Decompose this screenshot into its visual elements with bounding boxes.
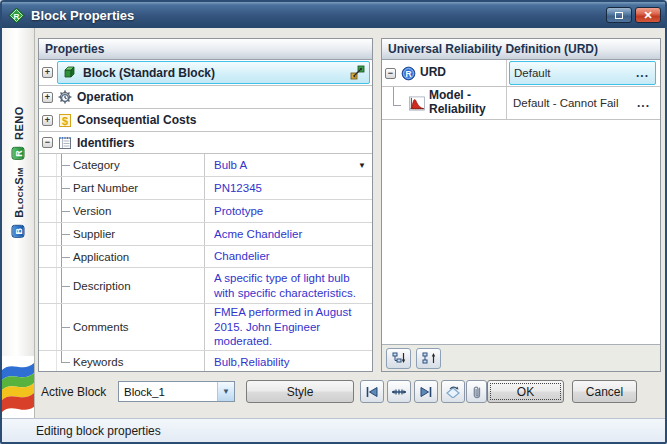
dialog-footer: Active Block Block_1 ▼ Style	[35, 377, 665, 409]
expand-icon[interactable]: +	[42, 67, 53, 78]
identifier-row-part-number: Part Number PN12345	[39, 177, 372, 200]
block-navigator-icon	[391, 386, 407, 398]
section-row-identifiers[interactable]: − Identifiers	[39, 132, 372, 154]
urd-r-icon: R	[400, 66, 416, 81]
block-navigator-button[interactable]	[387, 380, 411, 403]
identifier-row-category: Category Bulb A ▼	[39, 154, 372, 177]
tree-line	[57, 200, 73, 222]
identifier-row-supplier: Supplier Acme Chandelier	[39, 223, 372, 246]
expand-icon[interactable]: +	[42, 92, 53, 103]
style-button[interactable]: Style	[246, 380, 354, 403]
urd-panel: Universal Reliability Definition (URD) −…	[381, 38, 661, 372]
identifier-row-version: Version Prototype	[39, 200, 372, 223]
statusbar: Editing block properties	[2, 418, 665, 442]
section-row-costs[interactable]: + $ Consequential Costs	[39, 109, 372, 132]
model-distribution-icon	[409, 96, 425, 111]
properties-panel-header: Properties	[39, 39, 372, 60]
version-value-field[interactable]: Prototype	[204, 200, 372, 222]
identifier-label: Keywords	[73, 351, 204, 371]
next-block-button[interactable]	[414, 380, 438, 403]
next-block-icon	[419, 386, 433, 398]
reno-icon: R	[12, 147, 25, 160]
comments-value-field[interactable]: FMEA performed in August 2015. John Engi…	[204, 304, 372, 350]
tree-line	[57, 351, 73, 371]
urd-value-cell[interactable]: Default ...	[506, 60, 660, 86]
svg-text:$: $	[62, 114, 68, 126]
urd-panel-header: Universal Reliability Definition (URD)	[382, 39, 660, 60]
model-value: Default - Cannot Fail	[513, 97, 635, 109]
blocksim-icon: B	[12, 225, 25, 238]
identifier-row-keywords: Keywords Bulb,Reliability	[39, 351, 372, 371]
ok-button[interactable]: OK	[487, 380, 564, 403]
collapse-icon[interactable]: −	[42, 137, 53, 148]
expand-icon[interactable]: +	[42, 115, 53, 126]
status-text: Editing block properties	[36, 424, 161, 438]
reliasoft-swoosh-graphic	[2, 356, 35, 418]
identifier-label: Supplier	[73, 223, 204, 245]
identifier-label: Application	[73, 246, 204, 267]
application-sidebar: B BlockSim R RENO	[2, 28, 35, 418]
active-block-value: Block_1	[119, 386, 217, 398]
collapse-tree-button[interactable]	[416, 348, 441, 369]
chevron-down-icon[interactable]: ▼	[358, 161, 366, 170]
model-browse-button[interactable]: ...	[635, 99, 652, 107]
identifier-row-comments: Comments FMEA performed in August 2015. …	[39, 304, 372, 351]
urd-row: − R URD D	[382, 60, 660, 87]
tree-line	[57, 268, 73, 303]
keywords-value-field[interactable]: Bulb,Reliability	[204, 351, 372, 371]
identifier-row-description: Description A specific type of light bul…	[39, 268, 372, 304]
section-row-operation[interactable]: +	[39, 86, 372, 109]
selected-section-highlight[interactable]: Block (Standard Block)	[57, 61, 370, 84]
block-properties-dialog: R Block Properties ✕ B BlockSim R RENO	[0, 0, 667, 444]
supplier-value-field[interactable]: Acme Chandelier	[204, 223, 372, 245]
collapse-icon[interactable]: −	[385, 68, 396, 79]
restore-icon[interactable]	[606, 7, 632, 23]
svg-text:R: R	[405, 68, 411, 78]
category-value-field[interactable]: Bulb A ▼	[204, 154, 372, 176]
block-swap-icon[interactable]	[349, 65, 365, 80]
tree-line	[385, 87, 405, 119]
part-number-value-field[interactable]: PN12345	[204, 177, 372, 199]
close-icon[interactable]: ✕	[635, 7, 661, 23]
section-row-block[interactable]: + Block (Standard Block)	[39, 60, 372, 86]
tree-line	[57, 177, 73, 199]
urd-browse-button[interactable]: ...	[634, 69, 651, 77]
urd-empty-area	[382, 120, 660, 344]
titlebar[interactable]: R Block Properties ✕	[2, 2, 665, 28]
section-label-operation: Operation	[77, 90, 134, 104]
active-block-label: Active Block	[41, 385, 106, 399]
tree-line	[57, 223, 73, 245]
previous-block-icon	[365, 386, 379, 398]
urd-footer-toolbar	[382, 344, 660, 371]
dollar-costs-icon: $	[57, 113, 73, 128]
go-to-diagram-button[interactable]	[441, 380, 465, 403]
description-value-field[interactable]: A specific type of light bulb with speci…	[204, 268, 372, 303]
tree-line	[57, 246, 73, 267]
attachments-button[interactable]	[466, 380, 487, 403]
identifier-label: Version	[73, 200, 204, 222]
operation-gear-icon	[57, 90, 73, 105]
properties-panel: Properties +	[38, 38, 373, 372]
diagram-diamond-icon	[446, 385, 460, 398]
identifier-row-application: Application Chandelier	[39, 246, 372, 268]
cancel-button[interactable]: Cancel	[572, 380, 637, 403]
model-value-cell[interactable]: Default - Cannot Fail ...	[506, 87, 660, 119]
active-block-select[interactable]: Block_1 ▼	[118, 381, 235, 402]
section-label-costs: Consequential Costs	[77, 113, 196, 127]
svg-text:R: R	[14, 11, 20, 20]
expand-tree-button[interactable]	[386, 348, 411, 369]
tree-line	[57, 304, 73, 350]
urd-value: Default	[514, 67, 634, 79]
urd-label: URD	[420, 66, 446, 80]
section-label-identifiers: Identifiers	[77, 136, 134, 150]
brand-strip: B BlockSim R RENO	[12, 106, 25, 238]
reno-logo-icon: R	[8, 7, 25, 24]
model-reliability-label: Model - Reliability	[429, 89, 491, 117]
dialog-main-area: Properties +	[35, 28, 665, 418]
chevron-down-icon[interactable]: ▼	[217, 382, 234, 401]
window-title: Block Properties	[31, 8, 603, 23]
application-value-field[interactable]: Chandelier	[204, 246, 372, 267]
previous-block-button[interactable]	[360, 380, 384, 403]
expand-tree-icon	[392, 352, 406, 364]
identifier-label: Comments	[73, 304, 204, 350]
